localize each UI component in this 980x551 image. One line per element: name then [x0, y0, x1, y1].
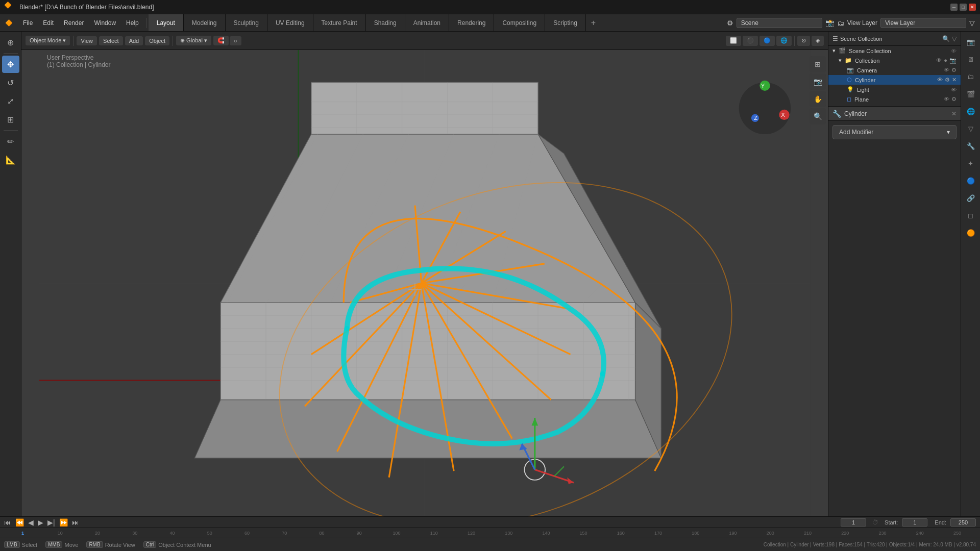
prev-frame-button[interactable]: ◀ — [28, 518, 34, 527]
collection-item[interactable]: ▾ 📁 Collection 👁 ● 📷 — [828, 56, 961, 65]
camera-outliner-item[interactable]: 📷 Camera 👁 ⚙ — [828, 65, 961, 75]
proportional-button[interactable]: ○ — [230, 36, 241, 45]
transform-selector[interactable]: ⊕ Global ▾ — [176, 36, 211, 45]
world-properties-btn[interactable]: 🌐 — [963, 103, 979, 119]
measure-tool-button[interactable]: 📐 — [2, 151, 19, 168]
rotate-tool-button[interactable]: ↺ — [2, 74, 19, 91]
current-frame-input[interactable] — [841, 518, 866, 527]
frame-tick-90: 90 — [340, 531, 378, 536]
scene-collection-eye[interactable]: 👁 — [951, 48, 957, 54]
output-properties-btn[interactable]: 🖥 — [963, 51, 979, 67]
maximize-button[interactable]: □ — [960, 4, 967, 11]
move-status-label: Move — [64, 542, 78, 548]
camera-view-button[interactable]: 📷 — [810, 73, 826, 90]
search-icon[interactable]: 🔍 — [942, 35, 950, 42]
tab-animation[interactable]: Animation — [405, 14, 449, 31]
tab-uv-editing[interactable]: UV Editing — [267, 14, 313, 31]
particle-properties-btn[interactable]: ✦ — [963, 155, 979, 171]
tab-shading[interactable]: Shading — [366, 14, 405, 31]
viewport-shading-solid[interactable]: ⚫ — [743, 36, 758, 46]
properties-close-icon[interactable]: ✕ — [951, 110, 957, 117]
jump-next-key-button[interactable]: ⏩ — [59, 518, 68, 527]
view-layer-selector[interactable] — [880, 18, 966, 28]
hand-pan-button[interactable]: ✋ — [810, 91, 826, 107]
light-eye-icon[interactable]: 👁 — [951, 87, 957, 93]
collection-select-icon[interactable]: ● — [944, 57, 947, 64]
annotate-tool-button[interactable]: ✏ — [2, 133, 19, 150]
close-button[interactable]: ✕ — [969, 4, 976, 11]
filter-icon[interactable]: ▽ — [969, 19, 975, 27]
plane-eye-icon[interactable]: 👁 — [944, 96, 949, 103]
cylinder-filter-icon[interactable]: ⚙ — [945, 77, 950, 83]
select-menu[interactable]: Select — [99, 36, 123, 45]
menu-file[interactable]: File — [18, 14, 38, 31]
modifier-properties-btn[interactable]: 🔧 — [963, 138, 979, 154]
viewport-shading-wireframe[interactable]: ⬜ — [726, 36, 741, 46]
menu-render[interactable]: Render — [59, 14, 89, 31]
menu-window[interactable]: Window — [89, 14, 121, 31]
scene-selector[interactable] — [737, 18, 822, 28]
xray-button[interactable]: ◈ — [812, 36, 824, 46]
overlay-button[interactable]: ⊙ — [797, 36, 810, 46]
snap-button[interactable]: 🧲 — [213, 36, 229, 45]
cylinder-extras-icon[interactable]: ✕ — [952, 77, 957, 83]
cylinder-outliner-item[interactable]: ⬡ Cylinder 👁 ⚙ ✕ — [828, 75, 961, 85]
tab-modeling[interactable]: Modeling — [184, 14, 226, 31]
viewport-shading-render[interactable]: 🌐 — [776, 36, 792, 46]
add-modifier-button[interactable]: Add Modifier ▾ — [832, 125, 957, 139]
object-properties-btn[interactable]: ▽ — [963, 120, 979, 137]
light-outliner-item[interactable]: 💡 Light 👁 — [828, 85, 961, 94]
transform-tool-button[interactable]: ⊞ — [2, 111, 19, 128]
scale-tool-button[interactable]: ⤢ — [2, 92, 19, 110]
viewport-shading-material[interactable]: 🔵 — [760, 36, 775, 46]
play-button[interactable]: ▶ — [38, 518, 43, 527]
tab-scripting[interactable]: Scripting — [545, 14, 586, 31]
plane-extras-icon[interactable]: ⚙ — [951, 96, 957, 103]
plane-outliner-item[interactable]: ◻ Plane 👁 ⚙ — [828, 94, 961, 104]
jump-start-button[interactable]: ⏮ — [4, 518, 11, 527]
grid-view-button[interactable]: ⊞ — [810, 56, 826, 72]
frame-ruler[interactable]: 1 10 20 30 40 50 60 70 80 90 100 110 120… — [0, 528, 980, 538]
collection-render-icon[interactable]: 📷 — [949, 57, 957, 64]
scene-properties-btn[interactable]: 🎬 — [963, 86, 979, 102]
menu-help[interactable]: Help — [121, 14, 144, 31]
material-properties-btn[interactable]: 🟠 — [963, 224, 979, 241]
start-frame-input[interactable] — [902, 518, 927, 527]
view-layer-properties-btn[interactable]: 🗂 — [963, 68, 979, 85]
tab-compositing[interactable]: Compositing — [494, 14, 545, 31]
viewport-3d[interactable]: Object Mode ▾ View Select Add Object ⊕ G… — [21, 32, 828, 516]
menu-blender[interactable]: 🔶 — [0, 14, 18, 31]
object-menu[interactable]: Object — [145, 36, 169, 45]
next-frame-button[interactable]: ▶| — [47, 518, 55, 527]
data-properties-btn[interactable]: ◻ — [963, 207, 979, 223]
window-controls[interactable]: ─ □ ✕ — [950, 4, 976, 11]
constraints-properties-btn[interactable]: 🔗 — [963, 190, 979, 206]
add-menu[interactable]: Add — [125, 36, 143, 45]
minimize-button[interactable]: ─ — [950, 4, 958, 11]
view-menu[interactable]: View — [77, 36, 97, 45]
svg-text:Z: Z — [754, 115, 757, 121]
filter-icon[interactable]: ▽ — [952, 35, 957, 42]
tab-rendering[interactable]: Rendering — [449, 14, 494, 31]
cylinder-eye-icon[interactable]: 👁 — [937, 77, 943, 83]
tab-sculpting[interactable]: Sculpting — [226, 14, 267, 31]
cursor-tool-button[interactable]: ⊕ — [2, 34, 19, 51]
view-layer-icon[interactable]: 🗂 — [837, 19, 844, 27]
zoom-in-button[interactable]: 🔍 — [810, 108, 826, 124]
scene-settings-icon[interactable]: ⚙ — [727, 19, 733, 27]
render-icon[interactable]: 📸 — [825, 19, 834, 27]
collection-eye-icon[interactable]: 👁 — [936, 57, 942, 64]
camera-eye-icon[interactable]: 👁 — [944, 67, 949, 73]
camera-extras-icon[interactable]: ⚙ — [951, 67, 957, 73]
tab-layout[interactable]: Layout — [149, 14, 184, 31]
menu-edit[interactable]: Edit — [38, 14, 59, 31]
mode-selector[interactable]: Object Mode ▾ — [26, 36, 70, 45]
end-frame-input[interactable] — [950, 518, 976, 527]
add-workspace-button[interactable]: + — [586, 14, 601, 31]
physics-properties-btn[interactable]: 🔵 — [963, 172, 979, 189]
jump-prev-key-button[interactable]: ⏪ — [15, 518, 24, 527]
move-tool-button[interactable]: ✥ — [2, 56, 19, 73]
jump-end-button[interactable]: ⏭ — [72, 518, 79, 527]
render-properties-btn[interactable]: 📷 — [963, 34, 979, 50]
tab-texture-paint[interactable]: Texture Paint — [313, 14, 366, 31]
